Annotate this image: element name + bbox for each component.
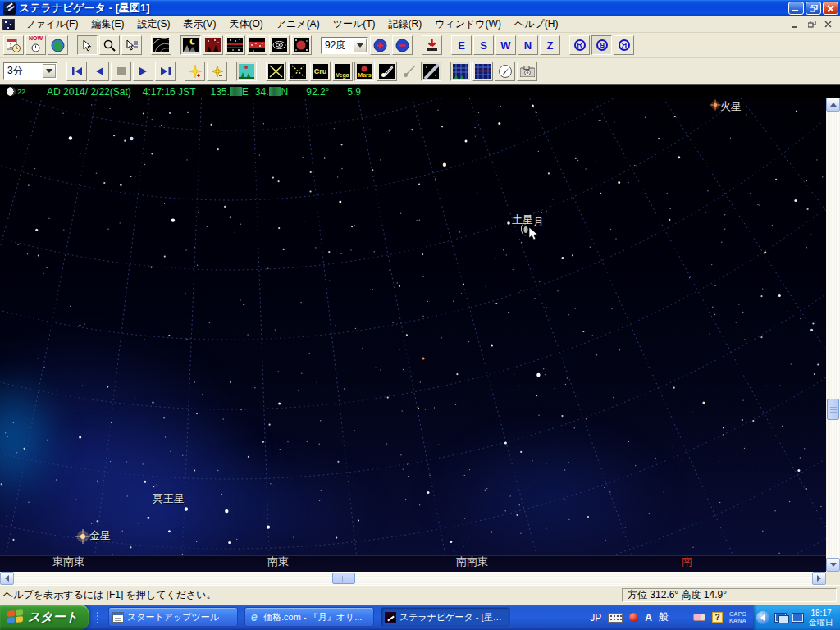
orientation-normal-button[interactable]: R xyxy=(569,35,590,55)
face-east-button[interactable]: E xyxy=(451,35,472,55)
menu-anime[interactable]: アニメ(A) xyxy=(270,16,326,33)
minor-planets-toggle[interactable] xyxy=(399,62,419,81)
horizontal-scroll-thumb[interactable] xyxy=(332,573,355,584)
constellation-boundaries-toggle[interactable] xyxy=(288,62,308,81)
tray-collapse-button[interactable] xyxy=(756,611,769,624)
face-zenith-button[interactable]: Z xyxy=(540,35,560,55)
menu-view[interactable]: 表示(V) xyxy=(176,16,222,33)
time-step-select[interactable]: 3分 xyxy=(3,62,57,80)
scroll-right-button[interactable] xyxy=(812,572,826,585)
face-west-button[interactable]: W xyxy=(495,35,516,55)
constellation-names-toggle[interactable]: Cru xyxy=(310,62,331,81)
now-button[interactable]: NOW xyxy=(25,35,46,55)
arrow-right-icon xyxy=(817,575,821,582)
more-stars-button[interactable] xyxy=(185,62,205,81)
whole-sky-view-button[interactable] xyxy=(151,35,171,55)
ime-pad-icon[interactable] xyxy=(693,614,705,621)
minimize-button[interactable] xyxy=(788,2,804,15)
face-north-button[interactable]: N xyxy=(518,35,538,55)
star-names-toggle[interactable]: Vega xyxy=(332,62,353,81)
ime-help-icon[interactable]: ? xyxy=(712,612,723,623)
scrollbar-corner xyxy=(826,572,840,585)
view-starchart-button[interactable] xyxy=(225,35,245,55)
network-icon[interactable] xyxy=(774,613,787,623)
horizontal-scrollbar[interactable] xyxy=(0,572,840,585)
location-button[interactable] xyxy=(48,35,68,55)
zoom-in-button[interactable] xyxy=(370,35,390,55)
task-internet-explorer[interactable]: e 価格.com - 『月』オリ... xyxy=(244,607,374,627)
menu-tools[interactable]: ツール(T) xyxy=(326,16,382,33)
star-chart[interactable]: 火星土星月冥王星金星 東南東南東南南東南 xyxy=(0,98,826,572)
scroll-down-button[interactable] xyxy=(826,558,840,572)
constellation-lines-toggle[interactable] xyxy=(266,62,286,81)
task-stella-navigator[interactable]: ステラナビゲータ - [星図... xyxy=(381,607,510,627)
start-button[interactable]: スタート xyxy=(0,605,89,630)
datetime-button[interactable]: 1 xyxy=(3,35,24,55)
milkyway-toggle[interactable] xyxy=(421,62,441,81)
equatorial-grid-toggle[interactable] xyxy=(472,62,493,81)
mdi-minimize-button[interactable] xyxy=(788,18,802,30)
taskbar-clock[interactable]: 18:17 金曜日 xyxy=(809,609,833,627)
fov-value: 92度 xyxy=(322,39,353,52)
stop-button[interactable] xyxy=(111,62,131,81)
menu-record[interactable]: 記録(R) xyxy=(382,16,429,33)
label-pluto: 冥王星 xyxy=(153,491,185,506)
star-minus-icon xyxy=(211,65,224,78)
view-planet-button[interactable] xyxy=(291,35,312,55)
step-forward-button[interactable] xyxy=(155,62,176,81)
restore-button[interactable] xyxy=(806,2,821,15)
view-galaxy-button[interactable] xyxy=(269,35,290,55)
close-button[interactable] xyxy=(823,2,838,15)
menu-celestial[interactable]: 天体(O) xyxy=(222,16,269,33)
fewer-stars-button[interactable] xyxy=(207,62,227,81)
vertical-scroll-thumb[interactable] xyxy=(827,399,839,420)
direction-dial-button[interactable] xyxy=(495,62,515,81)
menu-help[interactable]: ヘルプ(H) xyxy=(508,16,565,33)
scroll-left-button[interactable] xyxy=(0,572,14,585)
pointer-tool-button[interactable] xyxy=(77,35,98,55)
ime-palette-icon[interactable] xyxy=(675,613,687,623)
vertical-scrollbar[interactable] xyxy=(826,98,840,572)
menu-settings[interactable]: 設定(S) xyxy=(130,16,176,33)
fov-select[interactable]: 92度 xyxy=(321,37,368,54)
title-bar: ステラナビゲータ - [星図1] xyxy=(0,0,840,16)
language-indicator[interactable]: JP xyxy=(590,612,601,623)
keyboard-icon[interactable] xyxy=(608,613,623,623)
orientation-mirrored-button[interactable]: R xyxy=(614,35,634,55)
time-step-dropdown-button[interactable] xyxy=(43,64,56,78)
mdi-close-button[interactable] xyxy=(821,18,835,30)
play-forward-button[interactable] xyxy=(133,62,153,81)
ime-mode[interactable]: 般 xyxy=(659,610,669,624)
comet-icon xyxy=(379,64,395,79)
input-mode-letter[interactable]: A xyxy=(645,612,652,623)
landscape-toggle-button[interactable] xyxy=(236,62,257,81)
orientation-rotated-button[interactable]: R xyxy=(591,35,612,55)
play-backward-button[interactable] xyxy=(89,62,109,81)
view-night-scene-button[interactable] xyxy=(180,35,201,55)
horizon-grid-toggle[interactable] xyxy=(450,62,471,81)
object-select-button[interactable] xyxy=(121,35,142,55)
task-startup-tool[interactable]: スタートアップツール xyxy=(108,607,238,627)
planet-names-toggle[interactable]: Mars xyxy=(354,62,375,81)
galaxy-spiral-icon xyxy=(272,38,287,52)
view-twilight-button[interactable] xyxy=(203,35,223,55)
screenshot-button[interactable] xyxy=(517,62,537,81)
ime-ball-icon[interactable] xyxy=(629,613,638,622)
face-south-button[interactable]: S xyxy=(473,35,494,55)
step-back-button[interactable] xyxy=(66,62,87,81)
menu-edit[interactable]: 編集(E) xyxy=(84,16,130,33)
zoom-out-button[interactable] xyxy=(392,35,413,55)
label-venus: 金星 xyxy=(89,528,111,543)
center-object-button[interactable] xyxy=(422,35,442,55)
menu-file[interactable]: ファイル(F) xyxy=(19,16,84,33)
display-icon[interactable] xyxy=(792,613,804,623)
scroll-up-button[interactable] xyxy=(826,98,840,112)
fov-dropdown-button[interactable] xyxy=(354,39,367,52)
view-redband-button[interactable] xyxy=(247,35,267,55)
chart-area: 火星土星月冥王星金星 東南東南東南南東南 xyxy=(0,98,840,572)
step-forward-icon xyxy=(160,66,171,76)
menu-window[interactable]: ウィンドウ(W) xyxy=(428,16,508,33)
zoom-tool-button[interactable] xyxy=(99,35,120,55)
mdi-restore-button[interactable] xyxy=(805,18,819,30)
comets-toggle[interactable] xyxy=(377,62,397,81)
